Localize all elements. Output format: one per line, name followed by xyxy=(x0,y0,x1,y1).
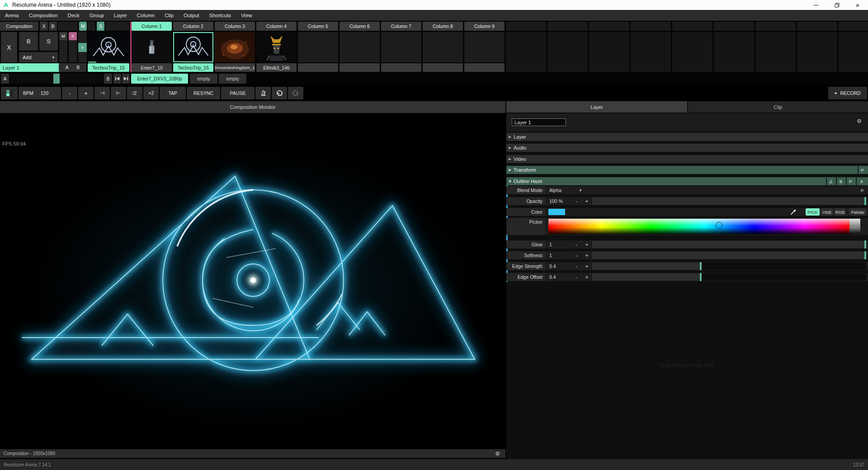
opacity-increase-button[interactable]: + xyxy=(583,197,591,205)
minimize-button[interactable] xyxy=(806,0,826,10)
layer-mute-button[interactable]: M xyxy=(59,32,67,40)
opacity-slider[interactable] xyxy=(592,197,866,205)
effect-bypass-button[interactable]: B xyxy=(836,177,845,185)
layer-solo-button[interactable]: S xyxy=(39,32,58,51)
undo-button[interactable] xyxy=(272,87,287,99)
section-transform[interactable]: ▶ Transform P. xyxy=(506,166,868,174)
menu-column[interactable]: Column xyxy=(132,13,160,18)
metronome-button[interactable] xyxy=(255,87,271,99)
clip-cell-2-active[interactable]: TechnoTrip_15 xyxy=(173,32,213,72)
deck-tab-active[interactable]: Enter7_DXV3_1080p xyxy=(131,74,188,84)
menu-clip[interactable]: Clip xyxy=(160,13,179,18)
softness-decrease-button[interactable]: - xyxy=(572,252,580,259)
glow-increase-button[interactable]: + xyxy=(583,241,591,248)
edge-strength-slider[interactable] xyxy=(592,263,866,270)
deck-tab-2[interactable]: empty xyxy=(190,74,217,84)
softness-slider[interactable] xyxy=(592,252,866,259)
column-tab-4[interactable]: Column 4 xyxy=(256,22,297,31)
softness-increase-button[interactable]: + xyxy=(583,252,591,259)
next-deck-button[interactable] xyxy=(122,74,130,84)
layer-name-input[interactable] xyxy=(512,118,566,126)
composition-master-button[interactable]: M xyxy=(79,22,87,31)
pause-button[interactable]: PAUSE xyxy=(221,87,255,99)
layer-settings-gear-icon[interactable]: ⚙ xyxy=(857,118,862,124)
crossfader-a-button[interactable]: A xyxy=(1,74,9,84)
layer-name-label[interactable]: Layer 1 xyxy=(0,63,60,72)
layer-active-clip-name[interactable]: TechnoTrip_15 xyxy=(88,63,129,72)
redo-button[interactable] xyxy=(288,87,303,99)
composition-solo-button[interactable]: S xyxy=(97,22,104,31)
softness-value[interactable]: 1 xyxy=(549,251,552,259)
menu-group[interactable]: Group xyxy=(85,13,109,18)
column-tab-5[interactable]: Column 5 xyxy=(298,22,338,31)
column-tab-7[interactable]: Column 7 xyxy=(381,22,421,31)
edge-strength-increase-button[interactable]: + xyxy=(583,263,591,270)
edge-strength-decrease-button[interactable]: - xyxy=(572,263,580,270)
bpm-value[interactable]: 120 xyxy=(41,90,49,96)
composition-mode-button[interactable] xyxy=(1,87,18,99)
glow-decrease-button[interactable]: - xyxy=(572,241,580,248)
effect-param-badge[interactable]: P. xyxy=(846,177,855,185)
column-tab-9[interactable]: Column 9 xyxy=(464,22,505,31)
clip-name[interactable]: Enter7_10 xyxy=(132,63,172,72)
edge-offset-slider[interactable] xyxy=(592,273,866,281)
tab-layer[interactable]: Layer xyxy=(506,101,687,113)
layer-audio-fader[interactable]: A xyxy=(69,32,77,62)
composition-header[interactable]: Composition xyxy=(0,22,38,31)
crossfader-track[interactable] xyxy=(10,74,103,84)
blend-param-badge[interactable]: P. xyxy=(859,186,866,194)
color-mode-hsb[interactable]: HSB xyxy=(821,208,833,216)
menu-layer[interactable]: Layer xyxy=(109,13,132,18)
composition-master-track[interactable] xyxy=(58,22,78,31)
section-video[interactable]: ▶ Video xyxy=(506,155,868,163)
menu-output[interactable]: Output xyxy=(179,13,204,18)
layer-video-fader[interactable]: V xyxy=(78,32,87,62)
bpm-half-button[interactable]: /2 xyxy=(127,87,142,99)
eyedropper-icon[interactable] xyxy=(790,209,797,215)
color-mode-rgb[interactable]: RGB xyxy=(834,208,846,216)
edge-strength-value[interactable]: 0.4 xyxy=(549,262,556,270)
layer-video-button[interactable]: V xyxy=(78,43,87,52)
menu-view[interactable]: View xyxy=(236,13,257,18)
clip-cell-empty[interactable] xyxy=(464,32,505,72)
tab-clip[interactable]: Clip xyxy=(688,101,868,113)
color-picker-spectrum[interactable] xyxy=(548,219,860,234)
effect-animation-button[interactable]: ∠ xyxy=(826,177,835,185)
layer-master-fader[interactable]: M xyxy=(59,32,67,62)
crossfader-handle[interactable] xyxy=(53,74,60,84)
edge-offset-decrease-button[interactable]: - xyxy=(572,273,580,281)
column-tab-1[interactable]: Column 1 xyxy=(132,22,172,31)
clip-cell-3[interactable]: ShroomiesKingdom_14 xyxy=(215,32,255,72)
clip-name[interactable]: TechnoTrip_15 xyxy=(173,63,213,72)
column-tab-8[interactable]: Column 8 xyxy=(423,22,463,31)
clip-cell-1[interactable]: Enter7_10 xyxy=(132,32,172,72)
effect-remove-button[interactable]: X xyxy=(856,177,867,185)
clip-cell-empty[interactable] xyxy=(298,32,338,72)
menu-arena[interactable]: Arena xyxy=(0,13,24,18)
menu-deck[interactable]: Deck xyxy=(63,13,85,18)
maximize-button[interactable] xyxy=(826,0,847,10)
layer-add-dropdown[interactable]: Add ▾ xyxy=(19,52,58,62)
column-tab-2[interactable]: Column 2 xyxy=(173,22,213,31)
clip-cell-empty[interactable] xyxy=(381,32,421,72)
nudge-down-button[interactable]: ⊣ xyxy=(94,87,110,99)
clip-name[interactable]: ShroomiesKingdom_14 xyxy=(215,63,255,72)
edge-offset-value[interactable]: 0.4 xyxy=(549,273,556,281)
color-mode-pick[interactable]: PICK xyxy=(806,208,820,216)
clip-cell-4[interactable]: Ethnik3_146 xyxy=(256,32,297,72)
bpm-decrease-button[interactable]: - xyxy=(62,87,77,99)
deck-tab-3[interactable]: empty xyxy=(219,74,246,84)
menu-composition[interactable]: Composition xyxy=(24,13,63,18)
section-layer[interactable]: ▶ Layer xyxy=(506,133,868,141)
composition-speed-track[interactable] xyxy=(88,22,95,31)
layer-bypass-button[interactable]: B xyxy=(19,32,38,51)
composition-clear-button[interactable]: X xyxy=(40,22,48,31)
opacity-decrease-button[interactable]: - xyxy=(572,197,580,205)
color-picker-cursor[interactable] xyxy=(716,222,722,229)
close-button[interactable]: × xyxy=(847,0,868,10)
clip-cell-empty[interactable] xyxy=(423,32,463,72)
opacity-value[interactable]: 100 % xyxy=(549,197,563,205)
layer-ab-b[interactable]: B xyxy=(77,65,80,70)
bpm-increase-button[interactable]: + xyxy=(78,87,94,99)
layer-ab-selector[interactable]: A B xyxy=(59,63,86,72)
